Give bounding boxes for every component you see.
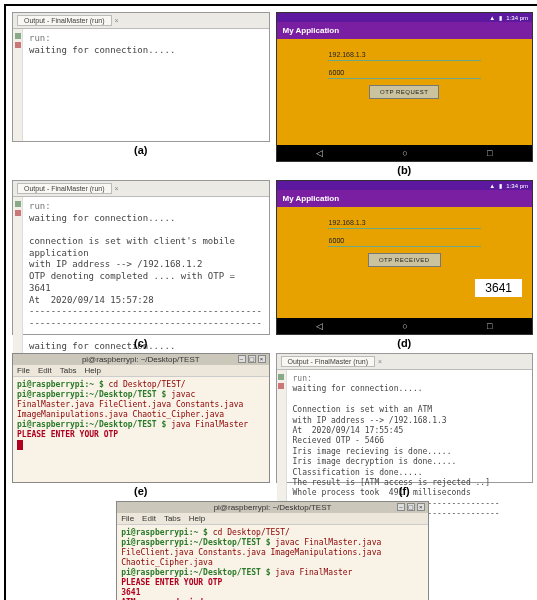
port-input[interactable] xyxy=(328,67,481,79)
prompt-home: pi@raspberrypi:~ $ xyxy=(17,380,109,389)
ide-tab-bar: Output - FinalMaster (run) × xyxy=(13,13,269,29)
otp-display: 3641 xyxy=(475,279,522,297)
ide-window-c: Output - FinalMaster (run) × run: waitin… xyxy=(12,180,270,335)
home-icon[interactable]: ○ xyxy=(402,321,407,331)
stop-icon[interactable] xyxy=(278,383,284,389)
row-2: Output - FinalMaster (run) × run: waitin… xyxy=(12,180,533,349)
prompt-test: pi@raspberrypi:~/Desktop/TEST $ xyxy=(121,568,275,577)
term-menubar: File Edit Tabs Help xyxy=(117,513,428,525)
run-label: run: xyxy=(29,33,51,43)
ide-tab-label: Output - FinalMaster (run) xyxy=(24,17,105,24)
menu-help[interactable]: Help xyxy=(189,514,205,523)
port-input[interactable] xyxy=(328,235,481,247)
ide-tab-bar: Output - FinalMaster (run) × xyxy=(13,181,269,197)
panel-label-d: (d) xyxy=(276,337,534,349)
ip-input[interactable] xyxy=(328,49,481,61)
row-1: Output - FinalMaster (run) × run: waitin… xyxy=(12,12,533,176)
close-icon[interactable]: × xyxy=(258,355,266,363)
menu-edit[interactable]: Edit xyxy=(142,514,156,523)
ide-output: run: waiting for connection..... connect… xyxy=(23,197,269,357)
maximize-icon[interactable]: ▢ xyxy=(248,355,256,363)
panel-d-cell: ▲ ▮ 1:34 pm My Application OTP RECEIVED … xyxy=(276,180,534,349)
ip-input[interactable] xyxy=(328,217,481,229)
close-icon[interactable]: × xyxy=(115,17,119,24)
run-label: run: xyxy=(29,201,51,211)
run-icon[interactable] xyxy=(15,33,21,39)
term-output[interactable]: pi@raspberrypi:~ $ cd Desktop/TEST/ pi@r… xyxy=(117,525,428,600)
ide-tab-label: Output - FinalMaster (run) xyxy=(288,358,369,365)
close-icon[interactable]: × xyxy=(417,503,425,511)
back-icon[interactable]: ◁ xyxy=(316,148,323,158)
term-title-text: pi@raspberrypi: ~/Desktop/TEST xyxy=(82,355,200,364)
minimize-icon[interactable]: – xyxy=(238,355,246,363)
menu-file[interactable]: File xyxy=(121,514,134,523)
ide-output: run: waiting for connection..... xyxy=(23,29,269,141)
term-output[interactable]: pi@raspberrypi:~ $ cd Desktop/TEST/ pi@r… xyxy=(13,377,269,482)
menu-help[interactable]: Help xyxy=(85,366,101,375)
ide-tab[interactable]: Output - FinalMaster (run) xyxy=(281,356,376,367)
close-icon[interactable]: × xyxy=(115,185,119,192)
ide-tab[interactable]: Output - FinalMaster (run) xyxy=(17,183,112,194)
minimize-icon[interactable]: – xyxy=(397,503,405,511)
run-icon[interactable] xyxy=(15,201,21,207)
app-title-bar: My Application xyxy=(277,22,533,39)
term-titlebar: pi@raspberrypi: ~/Desktop/TEST – ▢ × xyxy=(13,354,269,365)
battery-icon: ▮ xyxy=(499,182,502,189)
enter-otp-msg: PLEASE ENTER YOUR OTP xyxy=(121,578,222,587)
signal-icon: ▲ xyxy=(489,15,495,21)
panel-label-b: (b) xyxy=(276,164,534,176)
status-time: 1:34 pm xyxy=(506,15,528,21)
app-body: OTP RECEIVED 3641 xyxy=(277,207,533,318)
android-app-b: ▲ ▮ 1:34 pm My Application OTP REQUEST ◁… xyxy=(276,12,534,162)
run-label: run: xyxy=(293,374,312,383)
ide-gutter xyxy=(13,197,23,357)
panel-label-e: (e) xyxy=(12,485,270,497)
close-icon[interactable]: × xyxy=(378,358,382,365)
otp-received-button[interactable]: OTP RECEIVED xyxy=(368,253,441,267)
ide-tab[interactable]: Output - FinalMaster (run) xyxy=(17,15,112,26)
stop-icon[interactable] xyxy=(15,42,21,48)
figure-container: Output - FinalMaster (run) × run: waitin… xyxy=(4,4,537,600)
menu-edit[interactable]: Edit xyxy=(38,366,52,375)
menu-tabs[interactable]: Tabs xyxy=(164,514,181,523)
status-bar: ▲ ▮ 1:34 pm xyxy=(277,13,533,22)
prompt-home: pi@raspberrypi:~ $ xyxy=(121,528,213,537)
ide-tab-bar: Output - FinalMaster (run) × xyxy=(277,354,533,370)
row-4: pi@raspberrypi: ~/Desktop/TEST – ▢ × Fil… xyxy=(12,501,533,600)
panel-f-cell: Output - FinalMaster (run) × run: waitin… xyxy=(276,353,534,497)
otp-entered: 3641 xyxy=(121,588,140,597)
menu-tabs[interactable]: Tabs xyxy=(60,366,77,375)
panel-label-a: (a) xyxy=(12,144,270,156)
stop-icon[interactable] xyxy=(15,210,21,216)
panel-a-cell: Output - FinalMaster (run) × run: waitin… xyxy=(12,12,270,176)
row-3: pi@raspberrypi: ~/Desktop/TEST – ▢ × Fil… xyxy=(12,353,533,497)
ide-content: run: waiting for connection..... xyxy=(13,29,269,141)
term-titlebar: pi@raspberrypi: ~/Desktop/TEST – ▢ × xyxy=(117,502,428,513)
cmd-java: java FinalMaster xyxy=(171,420,248,429)
prompt-test: pi@raspberrypi:~/Desktop/TEST $ xyxy=(121,538,275,547)
android-navbar: ◁ ○ □ xyxy=(277,145,533,161)
back-icon[interactable]: ◁ xyxy=(316,321,323,331)
recent-icon[interactable]: □ xyxy=(487,148,492,158)
maximize-icon[interactable]: ▢ xyxy=(407,503,415,511)
pi-terminal-g: pi@raspberrypi: ~/Desktop/TEST – ▢ × Fil… xyxy=(116,501,429,600)
run-icon[interactable] xyxy=(278,374,284,380)
prompt-test: pi@raspberrypi:~/Desktop/TEST $ xyxy=(17,420,171,429)
otp-request-button[interactable]: OTP REQUEST xyxy=(369,85,439,99)
android-navbar: ◁ ○ □ xyxy=(277,318,533,334)
home-icon[interactable]: ○ xyxy=(402,148,407,158)
term-title-text: pi@raspberrypi: ~/Desktop/TEST xyxy=(214,503,332,512)
recent-icon[interactable]: □ xyxy=(487,321,492,331)
cursor-icon xyxy=(17,440,23,450)
battery-icon: ▮ xyxy=(499,14,502,21)
menu-file[interactable]: File xyxy=(17,366,30,375)
cmd-java: java FinalMaster xyxy=(275,568,352,577)
app-body: OTP REQUEST xyxy=(277,39,533,145)
app-title: My Application xyxy=(283,26,340,35)
panel-b-cell: ▲ ▮ 1:34 pm My Application OTP REQUEST ◁… xyxy=(276,12,534,176)
ide-tab-label: Output - FinalMaster (run) xyxy=(24,185,105,192)
app-title-bar: My Application xyxy=(277,190,533,207)
panel-g-cell: pi@raspberrypi: ~/Desktop/TEST – ▢ × Fil… xyxy=(116,501,429,600)
cmd-cd: cd Desktop/TEST/ xyxy=(109,380,186,389)
pi-terminal-e: pi@raspberrypi: ~/Desktop/TEST – ▢ × Fil… xyxy=(12,353,270,483)
